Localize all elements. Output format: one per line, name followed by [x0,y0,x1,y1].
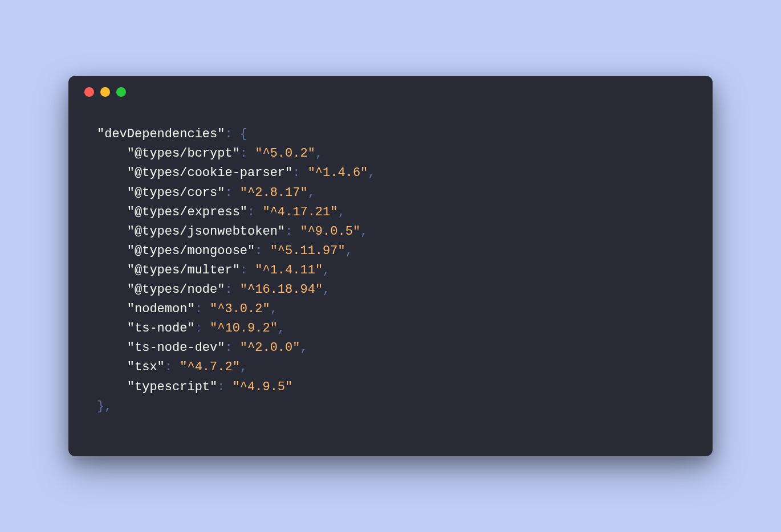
colon: : [165,360,180,374]
dep-value: "^5.11.97" [270,244,345,258]
dep-value: "^16.18.94" [240,283,323,297]
dep-value: "^9.0.5" [300,224,360,239]
dep-key: "tsx" [127,360,165,374]
dep-value: "^2.0.0" [240,341,300,355]
dep-key: "@types/multer" [127,263,240,277]
comma: , [323,283,330,297]
dep-value: "^1.4.11" [255,263,323,277]
dep-value: "^4.17.21" [262,205,337,219]
dep-key: "@types/node" [127,283,225,297]
dep-value: "^1.4.6" [308,166,368,180]
colon: : [292,166,307,180]
colon: : { [225,127,247,141]
comma: , [323,263,330,277]
colon: : [195,302,210,316]
dep-value: "^4.7.2" [180,360,240,374]
colon: : [217,380,232,394]
dep-key: "@types/cookie-parser" [127,166,292,180]
close-icon[interactable] [84,87,94,97]
colon: : [285,224,300,239]
comma: , [240,360,247,374]
dep-value: "^4.9.5" [233,380,293,394]
dep-value: "^5.0.2" [255,146,315,161]
dep-value: "^10.9.2" [210,321,278,335]
dep-value: "^3.0.2" [210,302,270,316]
dep-key: "@types/jsonwebtoken" [127,224,285,239]
comma: , [345,244,353,258]
comma: , [300,341,307,355]
colon: : [247,205,262,219]
close-brace: }, [97,399,112,414]
titlebar [68,76,713,108]
dep-key: "ts-node" [127,321,195,335]
dep-key: "ts-node-dev" [127,341,225,355]
comma: , [337,205,345,219]
colon: : [225,186,239,200]
dep-key: "@types/express" [127,205,247,219]
colon: : [225,341,239,355]
colon: : [255,244,270,258]
dep-key: "@types/cors" [127,186,225,200]
comma: , [360,224,368,239]
code-block: "devDependencies": { "@types/bcrypt": "^… [68,108,713,427]
comma: , [308,186,315,200]
dep-key: "@types/mongoose" [127,244,255,258]
comma: , [315,146,323,161]
colon: : [240,263,255,277]
comma: , [368,166,375,180]
colon: : [240,146,255,161]
code-window: "devDependencies": { "@types/bcrypt": "^… [68,76,713,456]
comma: , [278,321,285,335]
minimize-icon[interactable] [100,87,110,97]
dep-value: "^2.8.17" [240,186,308,200]
dep-key: "typescript" [127,380,217,394]
section-key: "devDependencies" [97,127,225,141]
dep-key: "nodemon" [127,302,195,316]
colon: : [195,321,210,335]
comma: , [270,302,278,316]
maximize-icon[interactable] [116,87,126,97]
dep-key: "@types/bcrypt" [127,146,240,161]
colon: : [225,283,239,297]
